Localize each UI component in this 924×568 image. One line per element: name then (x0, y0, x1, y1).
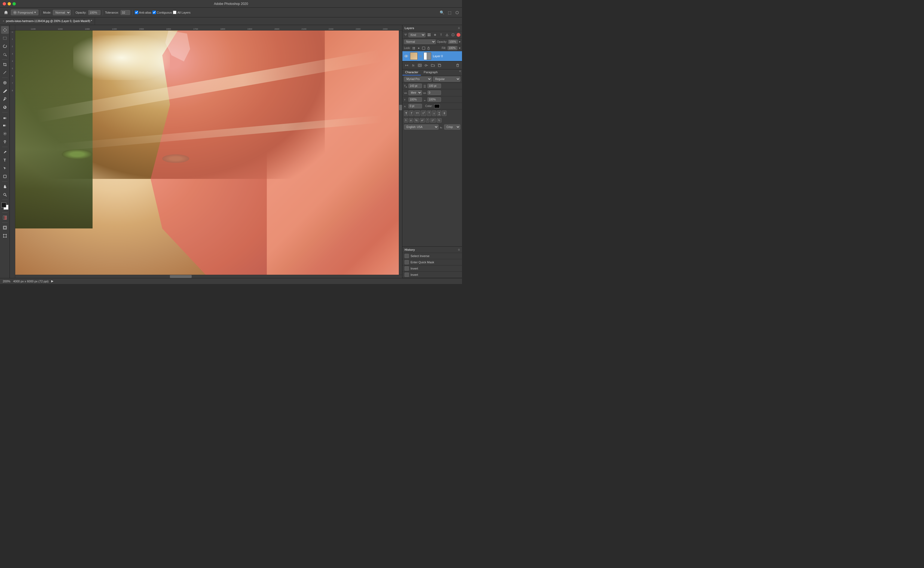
layer-fx-btn[interactable]: fx (411, 63, 416, 68)
history-item-0[interactable]: Select Inverse (402, 253, 462, 259)
gradient-tool[interactable] (1, 122, 9, 129)
style-italic-btn[interactable]: T (409, 110, 414, 116)
history-item-1[interactable]: Enter Quick Mask (402, 259, 462, 266)
home-button[interactable] (2, 9, 10, 16)
layers-menu-btn[interactable]: ≡ (458, 26, 460, 30)
tab-character[interactable]: Character (402, 69, 421, 76)
aa-dropdown[interactable]: Crisp (444, 124, 460, 130)
style-sub-btn[interactable]: T (432, 110, 436, 116)
blur-tool[interactable] (1, 130, 9, 137)
style-allcaps-btn[interactable]: TT (414, 110, 420, 116)
eyedropper-tool[interactable] (1, 69, 9, 77)
baseline-input[interactable] (408, 104, 422, 108)
kerning-dropdown[interactable]: Metrics (408, 90, 422, 95)
filter-smart-btn[interactable] (451, 32, 456, 37)
blend-mode-dropdown[interactable]: Normal (404, 39, 436, 44)
hscale-input[interactable] (408, 97, 422, 102)
mode-dropdown[interactable]: Normal (53, 10, 71, 15)
screen-mode-btn[interactable] (1, 224, 9, 231)
ordinal-btn[interactable]: 1ˢᵗ (430, 118, 436, 122)
scrollbar-v[interactable] (399, 30, 402, 278)
minimize-button[interactable] (8, 2, 11, 5)
pen-tool[interactable] (1, 148, 9, 156)
style-strike-btn[interactable]: T (442, 110, 447, 116)
tracking-input[interactable] (427, 91, 441, 95)
workspace-button[interactable]: ⬚ (447, 10, 452, 15)
font-size-input[interactable] (408, 84, 422, 88)
font-style-dropdown[interactable]: Regular (433, 77, 460, 82)
scrollbar-thumb-h[interactable] (170, 275, 192, 278)
layer-photo-thumb[interactable] (410, 52, 418, 60)
zoom-tool[interactable] (1, 191, 9, 198)
filter-shape-btn[interactable] (445, 32, 450, 37)
adjustment-btn[interactable] (424, 63, 429, 68)
layer-mask-thumb[interactable] (424, 52, 431, 60)
lock-pos-icon[interactable] (417, 47, 420, 50)
filter-pixel-btn[interactable] (427, 32, 432, 37)
fill-dropdown-arrow[interactable]: ▾ (459, 47, 460, 50)
frac-btn[interactable]: ½ (437, 118, 442, 122)
marquee-tool[interactable] (1, 34, 9, 42)
fill-value[interactable] (448, 46, 457, 50)
filter-kind-dropdown[interactable]: Kind (408, 33, 426, 37)
filter-text-btn[interactable]: T (439, 32, 444, 37)
opacity-dropdown-arrow[interactable]: ▾ (459, 40, 460, 43)
tool-selector[interactable]: Foreground ▾ (11, 9, 38, 15)
dodge-tool[interactable] (1, 138, 9, 146)
status-arrow[interactable]: ▶ (51, 279, 53, 283)
style-underline-btn[interactable]: T (437, 110, 441, 116)
text-tool[interactable]: T (1, 156, 9, 164)
path-select-tool[interactable] (1, 165, 9, 172)
hand-tool[interactable] (1, 183, 9, 190)
brush-tool[interactable] (1, 87, 9, 95)
all-layers-checkbox[interactable]: All Layers (173, 11, 190, 14)
disc-btn[interactable]: ⅟₂ (414, 118, 419, 122)
oldstyle-btn[interactable]: σ (409, 118, 413, 122)
add-mask-btn[interactable] (417, 63, 423, 68)
shape-tool[interactable] (1, 173, 9, 180)
filter-toggle[interactable] (457, 33, 460, 37)
char-panel-menu[interactable]: ≡ (459, 69, 462, 76)
file-tab[interactable]: × pexels-lukas-hartmann-1136434.jpg @ 20… (0, 17, 95, 25)
foreground-color[interactable] (2, 202, 6, 207)
link-layers-btn[interactable] (404, 63, 409, 68)
scrollbar-thumb-v[interactable] (399, 105, 402, 110)
color-picker[interactable] (1, 202, 9, 210)
lock-artboard-icon[interactable] (422, 47, 425, 50)
tab-paragraph[interactable]: Paragraph (421, 69, 440, 76)
group-layers-btn[interactable] (430, 63, 436, 68)
quick-mask-btn[interactable] (1, 214, 9, 221)
font-family-dropdown[interactable]: Myriad Pro (404, 77, 432, 82)
ligature-btn[interactable]: fᵢ (404, 118, 408, 122)
history-item-2[interactable]: Invert (402, 266, 462, 272)
history-item-3[interactable]: Invert (402, 272, 462, 278)
share-button[interactable]: ⬡ (454, 10, 460, 15)
swash-btn[interactable]: aᵈ (420, 118, 425, 122)
canvas-image[interactable] (15, 30, 402, 278)
delete-layer-btn[interactable] (455, 63, 460, 68)
history-menu-btn[interactable]: ≡ (458, 248, 460, 252)
language-dropdown[interactable]: English: USA (404, 124, 439, 130)
healing-tool[interactable] (1, 79, 9, 86)
contiguous-checkbox[interactable]: Contiguous (152, 11, 172, 14)
move-tool[interactable] (1, 26, 9, 34)
maximize-button[interactable] (12, 2, 16, 5)
layer-item-0[interactable]: ⛓ Layer 0 (402, 51, 462, 61)
search-button[interactable]: 🔍 (439, 10, 445, 15)
style-smallcaps-btn[interactable]: TT (421, 110, 426, 116)
anti-alias-checkbox[interactable]: Anti-alias (135, 11, 151, 14)
tab-close-icon[interactable]: × (3, 20, 5, 23)
lasso-tool[interactable] (1, 42, 9, 50)
opacity-value[interactable] (448, 40, 458, 44)
vscale-input[interactable] (427, 97, 441, 102)
stamp-tool[interactable] (1, 95, 9, 103)
style-super-btn[interactable]: T (427, 110, 431, 116)
lock-all-icon[interactable] (427, 47, 430, 50)
opacity-input[interactable] (88, 10, 100, 15)
new-layer-btn[interactable] (437, 63, 442, 68)
filter-adj-btn[interactable] (433, 32, 438, 37)
leading-input[interactable] (427, 84, 441, 88)
history-brush-tool[interactable] (1, 103, 9, 111)
style-bold-btn[interactable]: T (404, 110, 408, 116)
tolerance-input[interactable] (121, 10, 130, 15)
